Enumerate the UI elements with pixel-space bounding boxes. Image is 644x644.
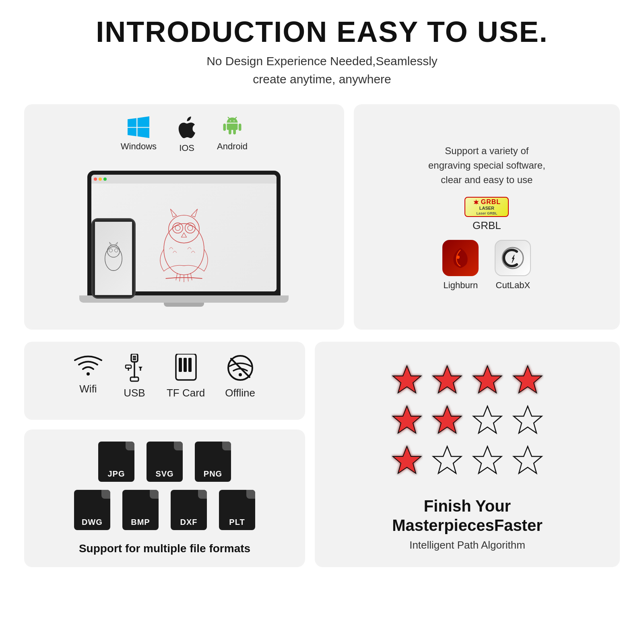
os-item-windows: Windows [121, 116, 157, 152]
connectivity-card: Wifi [24, 342, 305, 420]
ios-label: IOS [179, 143, 194, 153]
svg-marker-15 [473, 199, 479, 205]
svg-point-5 [188, 225, 193, 231]
connectivity-icons: Wifi [74, 354, 255, 399]
devices-image [36, 160, 332, 318]
phone-mockup [91, 218, 136, 299]
star-6 [429, 402, 465, 438]
page-header: INTRODUCTION EASY TO USE. No Design Expe… [96, 16, 548, 88]
masterpieces-title: Finish Your MasterpiecesFaster [392, 496, 543, 535]
jpg-icon: JPG [98, 442, 134, 482]
svg-point-4 [175, 225, 181, 231]
svg-marker-37 [393, 366, 421, 393]
svg-point-35 [239, 373, 242, 376]
cutlabx-icon [495, 240, 531, 276]
tfcard-label: TF Card [167, 387, 205, 399]
os-item-android: Android [217, 116, 248, 152]
stars-grid [389, 362, 546, 479]
svg-rect-31 [179, 358, 182, 372]
page-subtitle: No Design Experience Needed,Seamlessly c… [96, 52, 548, 88]
file-formats-container: JPG SVG PNG DWG BM [36, 442, 293, 555]
svg-point-11 [109, 249, 113, 252]
svg-marker-7 [171, 209, 177, 217]
svg-marker-47 [473, 446, 502, 473]
svg-marker-46 [433, 446, 461, 473]
svg-rect-21 [133, 356, 136, 357]
svg-point-1 [169, 215, 199, 243]
star-5 [389, 402, 425, 438]
svg-marker-44 [514, 406, 542, 433]
dxf-icon: DXF [171, 490, 207, 530]
grbl-badge: GRBL LASER Laser GRBL [464, 197, 509, 217]
software-row: Lighburn CutLa [442, 240, 531, 291]
star-2 [429, 362, 465, 398]
svg-marker-45 [393, 446, 421, 473]
format-row-2: DWG BMP DXF PLT [74, 490, 255, 530]
owl-graphic [140, 202, 228, 282]
png-icon: PNG [195, 442, 231, 482]
software-support-card: Support a variety of engraving special s… [354, 104, 620, 330]
star-10 [429, 442, 465, 479]
apple-icon [177, 116, 197, 140]
windows-label: Windows [121, 141, 157, 152]
svg-rect-27 [126, 365, 131, 368]
grbl-label: GRBL [473, 219, 501, 232]
bmp-icon: BMP [122, 490, 159, 530]
os-item-ios: IOS [177, 116, 197, 153]
star-7 [469, 402, 506, 438]
file-formats-label: Support for multiple file formats [79, 542, 250, 555]
lightburn-label: Lighburn [444, 280, 478, 291]
dwg-icon: DWG [74, 490, 110, 530]
usb-icon [122, 354, 147, 382]
wifi-icon [74, 354, 102, 378]
format-row-1: JPG SVG PNG [98, 442, 231, 482]
lightburn-icon [442, 240, 479, 276]
page-title: INTRODUCTION EASY TO USE. [96, 16, 548, 48]
svg-marker-42 [433, 406, 461, 433]
svg-marker-6 [182, 233, 187, 237]
plt-icon: PLT [219, 490, 255, 530]
svg-rect-25 [130, 377, 138, 381]
svg-marker-18 [512, 255, 514, 263]
svg-point-19 [87, 372, 90, 376]
svg-rect-23 [133, 359, 136, 360]
svg-rect-32 [184, 358, 187, 372]
tfcard-icon [174, 354, 198, 382]
svg-marker-13 [109, 242, 112, 246]
masterpieces-subtitle: Intelligent Path Algorithm [392, 539, 543, 551]
svg-marker-40 [514, 366, 542, 393]
os-icons-row: Windows IOS Android [121, 116, 248, 153]
svg-point-16 [456, 256, 460, 259]
offline-icon [226, 354, 254, 382]
cutlabx-item: CutLabX [495, 240, 531, 291]
star-9 [389, 442, 425, 479]
usb-label: USB [124, 387, 145, 399]
star-11 [469, 442, 506, 479]
svg-marker-39 [473, 366, 502, 393]
file-formats-card: JPG SVG PNG DWG BM [24, 429, 305, 567]
svg-rect-33 [188, 358, 192, 372]
star-1 [389, 362, 425, 398]
tfcard-item: TF Card [167, 354, 205, 399]
svg-point-0 [164, 224, 204, 275]
offline-item: Offline [225, 354, 255, 399]
svg-marker-48 [514, 446, 542, 473]
stars-card: Finish Your MasterpiecesFaster Intellige… [315, 342, 620, 567]
lightburn-item: Lighburn [442, 240, 479, 291]
svg-marker-14 [115, 242, 118, 246]
svg-marker-38 [433, 366, 461, 393]
wifi-item: Wifi [74, 354, 102, 395]
star-4 [510, 362, 546, 398]
star-8 [510, 402, 546, 438]
svg-marker-8 [192, 209, 198, 217]
offline-label: Offline [225, 387, 255, 399]
software-support-text: Support a variety of engraving special s… [428, 144, 545, 187]
svg-icon: SVG [147, 442, 183, 482]
svg-marker-41 [393, 406, 421, 433]
wifi-label: Wifi [79, 383, 97, 395]
svg-point-2 [173, 223, 183, 233]
android-label: Android [217, 141, 248, 152]
svg-point-12 [115, 249, 118, 252]
svg-marker-43 [473, 406, 502, 433]
android-icon [221, 116, 243, 138]
